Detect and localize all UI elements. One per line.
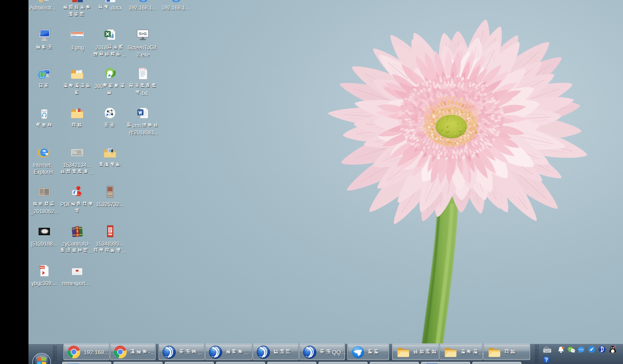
svg-text:PDF: PDF [60, 201, 71, 208]
svg-text:192.168...: 192.168... [84, 349, 109, 356]
svg-text:Internet: Internet [33, 162, 51, 168]
svg-text:15348393...: 15348393... [96, 241, 124, 247]
svg-text:ScreenToGif: ScreenToGif [127, 45, 157, 51]
svg-text:作2018081...: 作2018081... [128, 130, 159, 136]
svg-text:{5139198...: {5139198... [31, 241, 57, 247]
svg-text:2.exe: 2.exe [137, 52, 150, 58]
svg-text:...: ... [122, 52, 126, 58]
svg-text:Explorer: Explorer [34, 169, 53, 175]
svg-text:...: ... [122, 248, 126, 254]
svg-text:192.168.1...: 192.168.1... [129, 5, 156, 11]
svg-text:...: ... [89, 248, 93, 254]
svg-text:-...: -... [149, 349, 155, 356]
svg-text:15342134...: 15342134... [63, 162, 91, 168]
svg-text:192.168.1...: 192.168.1... [162, 5, 189, 11]
svg-text:...: ... [198, 349, 202, 356]
svg-text:S>G: S>G [139, 32, 147, 36]
svg-text:...: ... [244, 349, 249, 356]
svg-text:mmexport...: mmexport... [62, 280, 90, 286]
svg-text:.txt: .txt [141, 90, 148, 96]
svg-text:crm: crm [132, 123, 141, 129]
svg-text:ybgc309....: ybgc309.... [32, 280, 57, 286]
svg-text:2018: 2018 [96, 45, 107, 51]
svg-text:PDF: PDF [40, 266, 45, 269]
svg-text:.docx: .docx [110, 5, 122, 11]
svg-text:_2018062...: _2018062... [30, 209, 58, 215]
svg-text:Administr...: Administr... [30, 5, 56, 11]
svg-text:1.png: 1.png [71, 45, 84, 51]
svg-text:15325732...: 15325732... [96, 201, 124, 208]
svg-text:zyControlU-: zyControlU- [62, 241, 90, 247]
svg-text:...: ... [89, 169, 93, 175]
svg-text:QQ...: QQ... [332, 349, 346, 356]
svg-text:?: ? [545, 357, 548, 363]
svg-text:360: 360 [94, 83, 103, 89]
